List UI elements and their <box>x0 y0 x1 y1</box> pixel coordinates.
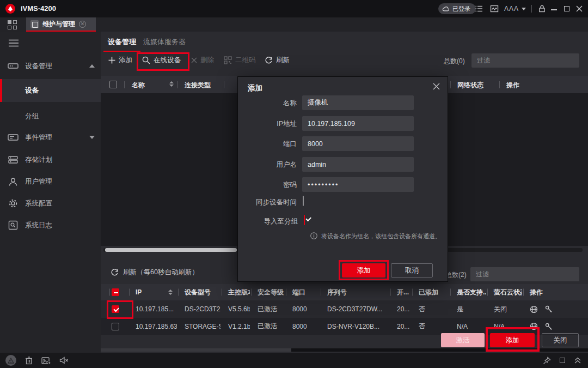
column-ezviz-status[interactable]: 萤石云状态 <box>486 288 522 297</box>
name-field[interactable]: 摄像机 <box>302 95 414 110</box>
username-field[interactable]: admin <box>302 157 414 172</box>
column-security[interactable]: 安全等级 <box>250 288 285 297</box>
dialog-close-icon[interactable] <box>433 83 440 90</box>
sidebar: 设备管理 设备 分组 事件管理 存储计划 用户管理 系统配置 系 <box>0 32 101 353</box>
sync-time-checkbox[interactable] <box>303 196 304 206</box>
close-button[interactable] <box>576 5 583 12</box>
port-field-label: 端口 <box>238 140 297 149</box>
gear-icon <box>8 198 19 208</box>
trash-icon[interactable] <box>25 356 33 365</box>
sidebar-item-group[interactable]: 分组 <box>0 105 101 127</box>
title-bar: iVMS-4200 已登录 AAA <box>0 0 588 17</box>
cell-supported: N/A <box>449 323 486 330</box>
system-log-icon <box>8 220 19 230</box>
collapse-up-icon[interactable] <box>574 357 581 364</box>
mute-speaker-icon[interactable] <box>59 357 69 364</box>
sort-arrows-icon[interactable] <box>169 81 174 87</box>
column-added[interactable]: 已添加 <box>411 288 449 297</box>
delete-device-button[interactable]: 删除 <box>191 54 214 66</box>
tab-close-icon[interactable]: ✕ <box>79 21 86 28</box>
sidebar-item-system-configuration[interactable]: 系统配置 <box>0 192 101 214</box>
sync-time-label: 同步设备时间 <box>238 198 297 207</box>
online-table-row[interactable]: 10.197.185... DS-2CD3T2... V5.5.6b... 已激… <box>101 300 588 318</box>
sort-arrows-icon[interactable] <box>168 289 173 295</box>
online-filter-input[interactable] <box>470 267 579 281</box>
sidebar-item-device-management[interactable]: 设备管理 <box>0 55 101 77</box>
online-scrollbar-track[interactable] <box>291 348 588 352</box>
key-icon[interactable] <box>545 305 553 313</box>
globe-icon[interactable] <box>530 305 538 313</box>
row-checkbox[interactable] <box>112 323 119 330</box>
refresh-icon <box>265 56 273 64</box>
column-firmware[interactable]: 主控版本 <box>220 288 250 297</box>
column-supported[interactable]: 是否支持... <box>449 288 486 297</box>
username-field-label: 用户名 <box>238 160 297 170</box>
column-name[interactable]: 名称 <box>132 81 145 90</box>
home-grid-icon[interactable] <box>8 20 17 29</box>
sidebar-item-device[interactable]: 设备 <box>0 79 101 102</box>
dialog-title: 添加 <box>248 83 262 93</box>
online-select-all-checkbox[interactable] <box>112 288 119 296</box>
add-label: 添加 <box>119 56 132 65</box>
sidebar-item-label: 分组 <box>25 112 39 121</box>
column-network-status[interactable]: 网络状态 <box>457 81 483 90</box>
online-refresh-button[interactable]: 刷新（每60秒自动刷新） <box>111 268 199 277</box>
sidebar-item-system-log[interactable]: 系统日志 <box>0 214 101 236</box>
sidebar-item-user-management[interactable]: 用户管理 <box>0 171 101 192</box>
divider <box>531 5 532 13</box>
refresh-button[interactable]: 刷新 <box>265 54 290 66</box>
device-filter-input[interactable] <box>471 53 579 68</box>
column-operation[interactable]: 操作 <box>506 81 519 90</box>
column-serial[interactable]: 序列号 <box>320 288 389 297</box>
maximize-button[interactable] <box>564 6 569 11</box>
sidebar-item-event-management[interactable]: 事件管理 <box>0 126 101 148</box>
storage-schedule-icon <box>8 155 19 164</box>
performance-monitor-icon[interactable] <box>490 4 499 13</box>
user-management-icon <box>8 177 19 186</box>
activate-button[interactable]: 激活 <box>441 333 485 347</box>
pin-icon[interactable] <box>543 357 551 365</box>
hamburger-menu-icon[interactable] <box>9 39 19 47</box>
tab-streaming-server[interactable]: 流媒体服务器 <box>143 37 186 47</box>
dialog-cancel-button[interactable]: 取消 <box>391 263 433 277</box>
cell-firmware: V5.5.6b... <box>220 305 250 313</box>
collapse-arrow-icon[interactable] <box>89 64 95 68</box>
tab-maintenance-management[interactable]: 维护与管理 ✕ <box>26 17 96 32</box>
horizontal-scrollbar-thumb[interactable] <box>105 248 237 252</box>
refresh-label: 刷新 <box>276 56 290 65</box>
sidebar-item-storage-schedule[interactable]: 存储计划 <box>0 149 101 171</box>
import-group-checkbox[interactable] <box>304 215 305 225</box>
column-ip[interactable]: IP <box>128 288 177 296</box>
online-close-button[interactable]: 关闭 <box>542 333 579 347</box>
restore-panel-icon[interactable] <box>560 358 565 363</box>
cell-model: STORAGE-S... <box>177 323 220 330</box>
column-model[interactable]: 设备型号 <box>177 288 220 297</box>
column-connection-type[interactable]: 连接类型 <box>185 81 211 90</box>
online-scrollbar-thumb[interactable] <box>101 348 291 352</box>
font-size-label[interactable]: AAA <box>504 5 519 13</box>
snapshot-icon[interactable] <box>41 357 51 365</box>
key-icon[interactable] <box>545 323 553 330</box>
password-field[interactable]: ••••••••• <box>302 177 414 192</box>
qr-code-button[interactable]: 二维码 <box>224 54 256 66</box>
column-port[interactable]: 端口 <box>285 288 320 297</box>
ivms-4200-window: iVMS-4200 已登录 AAA 维护与管理 ✕ 设备管理 设备 <box>0 0 588 368</box>
sidebar-item-label: 系统日志 <box>25 221 52 230</box>
event-management-icon <box>8 133 19 142</box>
task-queue-icon[interactable] <box>475 4 483 13</box>
minimize-button[interactable] <box>551 9 557 10</box>
alarm-notification-icon[interactable] <box>5 355 16 366</box>
ip-address-field[interactable]: 10.197.185.109 <box>302 116 414 131</box>
login-status-badge[interactable]: 已登录 <box>438 3 476 14</box>
tab-device-management[interactable]: 设备管理 <box>108 37 136 47</box>
lock-icon[interactable] <box>538 4 546 13</box>
port-field[interactable]: 8000 <box>302 136 414 151</box>
add-device-button[interactable]: 添加 <box>108 54 132 66</box>
select-all-checkbox[interactable] <box>109 81 117 88</box>
plus-icon <box>108 57 115 64</box>
column-start-time[interactable]: 开... <box>389 288 411 297</box>
chevron-down-icon[interactable] <box>522 8 526 10</box>
expand-arrow-icon[interactable] <box>89 136 95 139</box>
column-operation[interactable]: 操作 <box>522 288 588 297</box>
cell-serial: DS-2CD3T27DW... <box>320 305 389 313</box>
